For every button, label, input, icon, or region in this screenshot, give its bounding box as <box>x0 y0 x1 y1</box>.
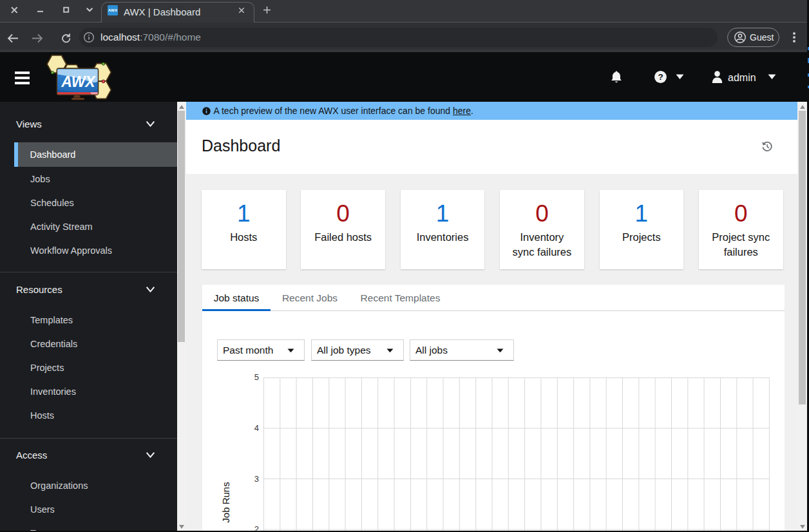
svg-text:?: ? <box>658 72 663 82</box>
svg-text:AWX: AWX <box>61 73 96 90</box>
